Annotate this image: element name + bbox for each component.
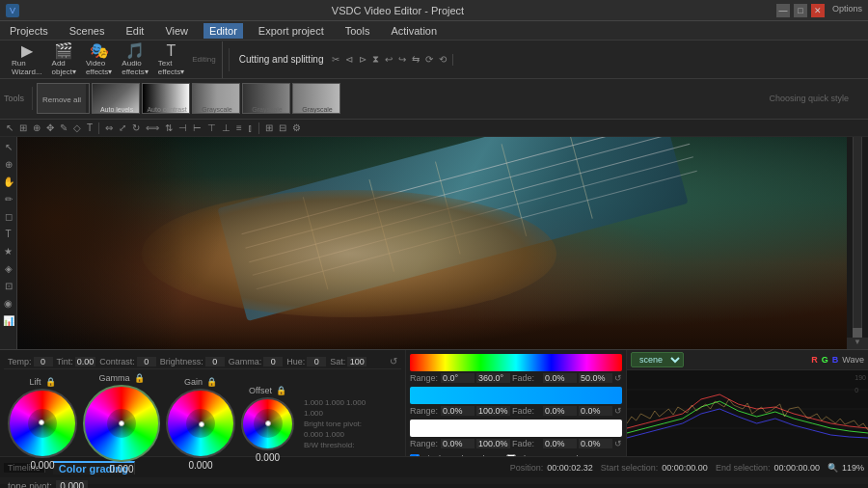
gain-wheel-dot[interactable]	[199, 421, 204, 427]
flip-v-tool[interactable]: ⇅	[163, 122, 175, 133]
cut-tool-2[interactable]: ⊲	[343, 54, 355, 66]
maximize-button[interactable]: □	[794, 4, 807, 17]
hue-fade-end[interactable]: 50.0%	[579, 373, 612, 383]
minimize-button[interactable]: —	[776, 4, 790, 17]
move-tool[interactable]: ⇔	[103, 122, 115, 133]
cyan-range-end[interactable]: 100.0%	[476, 406, 510, 416]
align-center-v-tool[interactable]: ⫿	[246, 122, 255, 133]
white-range-start[interactable]: 0.0%	[441, 439, 475, 448]
align-bottom-tool[interactable]: ⊥	[220, 122, 232, 133]
gamma-value[interactable]: 0	[263, 357, 283, 366]
vertical-scrollbar[interactable]	[853, 137, 862, 328]
scene-dropdown[interactable]: scene	[631, 352, 684, 367]
run-wizard-button[interactable]: ▶ Run Wizard...	[8, 41, 46, 78]
grayscale-1-button[interactable]: Grayscale	[192, 83, 240, 114]
sat-value[interactable]: 100	[347, 357, 366, 366]
menu-edit[interactable]: Edit	[120, 23, 149, 39]
resize-tool[interactable]: ⤢	[117, 122, 128, 133]
cut-tool-8[interactable]: ⟳	[423, 54, 435, 66]
cut-tool-9[interactable]: ⟲	[437, 54, 448, 66]
reset-btn[interactable]: ↺	[390, 356, 397, 366]
menu-projects[interactable]: Projects	[4, 23, 54, 39]
offset-wheel[interactable]	[241, 397, 294, 450]
auto-levels-button[interactable]: Auto levels	[92, 83, 140, 114]
chart-btn[interactable]: 📊	[1, 312, 16, 328]
menu-tools[interactable]: Tools	[339, 23, 376, 39]
menu-view[interactable]: View	[159, 23, 194, 39]
eraser-btn[interactable]: ◻	[1, 208, 16, 224]
draw-tool[interactable]: ✎	[58, 122, 69, 133]
zoom-btn[interactable]: ⊕	[1, 156, 16, 172]
grid-tool[interactable]: ⊞	[263, 122, 275, 133]
white-fade-start[interactable]: 0.0%	[543, 439, 577, 448]
auto-contrast-button[interactable]: Auto contrast	[142, 83, 190, 114]
options-button[interactable]: Options	[832, 4, 862, 17]
align-right-tool[interactable]: ⊢	[191, 122, 203, 133]
cyan-bar[interactable]	[410, 387, 622, 404]
align-top-tool[interactable]: ⊤	[205, 122, 218, 133]
hue-value[interactable]: 0	[307, 357, 326, 366]
lift-wheel-dot[interactable]	[39, 420, 44, 425]
zoom-tool[interactable]: ⊕	[31, 122, 42, 133]
hue-range-end[interactable]: 360.0°	[476, 373, 510, 383]
color-btn[interactable]: ◉	[1, 295, 16, 311]
hue-bar[interactable]	[410, 354, 622, 371]
video-effects-button[interactable]: 🎭 Videoeffects▾	[82, 41, 116, 78]
contrast-value[interactable]: 0	[137, 357, 156, 366]
temp-value[interactable]: 0	[34, 357, 53, 366]
snap-tool[interactable]: ⊟	[277, 122, 288, 133]
pan-tool[interactable]: ✥	[44, 122, 56, 133]
flip-h-tool[interactable]: ⟺	[144, 122, 161, 133]
shape-tool[interactable]: ◇	[71, 122, 83, 133]
cut-tool-1[interactable]: ✂	[330, 54, 341, 66]
cut-tool-4[interactable]: ⧗	[370, 54, 381, 66]
rotate-tool[interactable]: ↻	[130, 122, 142, 133]
gamma-wheel[interactable]	[83, 385, 160, 462]
cut-tool-7[interactable]: ⇆	[410, 54, 421, 66]
hue-range-start[interactable]: 0.0°	[441, 373, 475, 383]
menu-export[interactable]: Export project	[253, 23, 330, 39]
gain-wheel[interactable]	[166, 389, 235, 458]
gamma-wheel-dot[interactable]	[119, 420, 124, 426]
cyan-fade-start[interactable]: 0.0%	[543, 406, 577, 416]
cyan-range-start[interactable]: 0.0%	[441, 406, 475, 416]
cut-tool-5[interactable]: ↩	[383, 54, 394, 66]
hand-btn[interactable]: ✋	[1, 174, 16, 189]
r-channel-btn[interactable]: R	[811, 355, 818, 365]
lift-wheel[interactable]	[8, 389, 77, 458]
white-fade-end[interactable]: 0.0%	[579, 439, 612, 448]
window-controls[interactable]: — □ ✕ Options	[776, 4, 862, 17]
cyan-reset-icon[interactable]: ↺	[614, 406, 622, 416]
text-btn[interactable]: T	[1, 226, 16, 241]
audio-effects-button[interactable]: 🎵 Audioeffects▾	[118, 41, 151, 78]
g-channel-btn[interactable]: G	[822, 355, 828, 365]
hue-fade-start[interactable]: 0.0%	[543, 373, 577, 383]
text-tool[interactable]: T	[85, 122, 95, 133]
text-effects-button[interactable]: T Texteffects▾	[154, 41, 188, 78]
remove-all-button[interactable]: Remove all	[37, 83, 90, 114]
cut-tool-3[interactable]: ⊳	[357, 54, 368, 66]
white-reset-icon[interactable]: ↺	[614, 439, 622, 448]
wave-label[interactable]: Wave	[842, 355, 864, 365]
settings-icon[interactable]: ⚙	[290, 122, 303, 133]
grayscale-2-button[interactable]: Grayscale	[242, 83, 290, 114]
b-channel-btn[interactable]: B	[832, 355, 839, 365]
effects-btn[interactable]: ★	[1, 243, 16, 258]
add-object-button[interactable]: 🎬 Addobject▾	[48, 41, 80, 78]
menu-activation[interactable]: Activation	[385, 23, 443, 39]
menu-editor[interactable]: Editor	[203, 23, 243, 39]
tone-pivot-value[interactable]: 0.000	[56, 480, 88, 488]
crop-tool[interactable]: ⊞	[17, 122, 29, 133]
scroll-down-btn[interactable]: ▼	[847, 338, 868, 349]
align-left-tool[interactable]: ⊣	[176, 122, 189, 133]
white-bar[interactable]	[410, 420, 622, 437]
align-center-h-tool[interactable]: ≡	[234, 122, 244, 133]
tint-value[interactable]: 0.00	[75, 357, 96, 366]
close-button[interactable]: ✕	[811, 4, 825, 17]
brightness-value[interactable]: 0	[205, 357, 225, 366]
crop-btn[interactable]: ⊡	[1, 278, 16, 293]
grayscale-3-button[interactable]: Grayscale	[292, 83, 340, 114]
menu-scenes[interactable]: Scenes	[64, 23, 111, 39]
select-tool-btn[interactable]: ↖	[1, 139, 16, 154]
scrollbar-thumb[interactable]	[853, 328, 862, 338]
